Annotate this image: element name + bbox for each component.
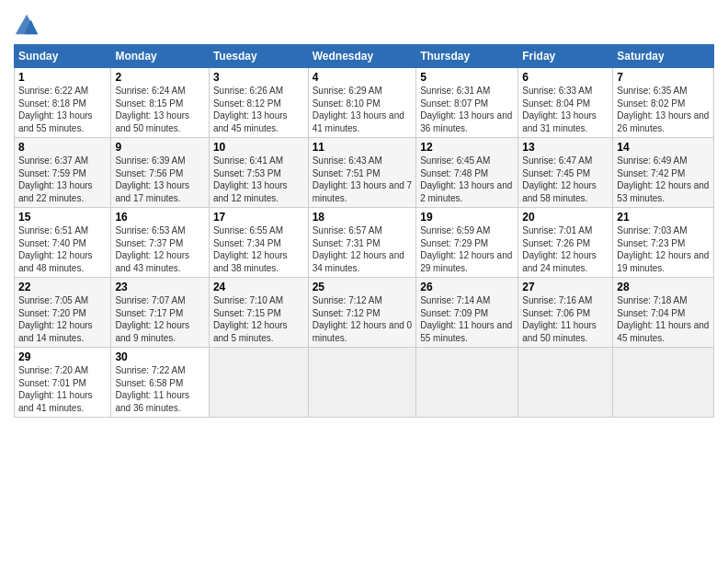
calendar-cell: 29 Sunrise: 7:20 AMSunset: 7:01 PMDaylig… — [15, 348, 111, 418]
calendar-cell: 1 Sunrise: 6:22 AMSunset: 8:18 PMDayligh… — [15, 68, 111, 138]
calendar-cell: 30 Sunrise: 7:22 AMSunset: 6:58 PMDaylig… — [111, 348, 209, 418]
cell-info: Sunrise: 7:01 AMSunset: 7:26 PMDaylight:… — [522, 225, 597, 273]
cell-info: Sunrise: 6:47 AMSunset: 7:45 PMDaylight:… — [522, 155, 597, 203]
cell-info: Sunrise: 6:26 AMSunset: 8:12 PMDaylight:… — [213, 86, 288, 133]
cell-info: Sunrise: 6:37 AMSunset: 7:59 PMDaylight:… — [18, 155, 93, 203]
calendar-week-2: 8 Sunrise: 6:37 AMSunset: 7:59 PMDayligh… — [15, 138, 714, 208]
calendar-cell: 26 Sunrise: 7:14 AMSunset: 7:09 PMDaylig… — [416, 278, 518, 348]
calendar-cell: 8 Sunrise: 6:37 AMSunset: 7:59 PMDayligh… — [15, 138, 111, 208]
cell-info: Sunrise: 7:20 AMSunset: 7:01 PMDaylight:… — [18, 365, 93, 413]
cell-info: Sunrise: 6:39 AMSunset: 7:56 PMDaylight:… — [115, 155, 189, 203]
cell-info: Sunrise: 6:49 AMSunset: 7:42 PMDaylight:… — [617, 155, 709, 203]
calendar-cell: 28 Sunrise: 7:18 AMSunset: 7:04 PMDaylig… — [613, 278, 714, 348]
cell-info: Sunrise: 6:29 AMSunset: 8:10 PMDaylight:… — [313, 86, 404, 133]
calendar-cell: 10 Sunrise: 6:41 AMSunset: 7:53 PMDaylig… — [209, 138, 308, 208]
calendar-cell: 22 Sunrise: 7:05 AMSunset: 7:20 PMDaylig… — [15, 278, 111, 348]
cell-info: Sunrise: 6:33 AMSunset: 8:04 PMDaylight:… — [522, 86, 597, 133]
header-cell-monday: Monday — [111, 45, 209, 68]
calendar-week-1: 1 Sunrise: 6:22 AMSunset: 8:18 PMDayligh… — [15, 68, 714, 138]
day-number: 13 — [522, 141, 609, 154]
day-number: 24 — [213, 281, 304, 293]
calendar-cell: 13 Sunrise: 6:47 AMSunset: 7:45 PMDaylig… — [518, 138, 613, 208]
calendar-cell — [518, 348, 613, 418]
cell-info: Sunrise: 6:59 AMSunset: 7:29 PMDaylight:… — [420, 225, 512, 273]
calendar-cell: 14 Sunrise: 6:49 AMSunset: 7:42 PMDaylig… — [613, 138, 714, 208]
header-cell-thursday: Thursday — [416, 45, 518, 68]
header-cell-wednesday: Wednesday — [308, 45, 416, 68]
calendar-week-5: 29 Sunrise: 7:20 AMSunset: 7:01 PMDaylig… — [15, 348, 714, 418]
calendar-cell: 11 Sunrise: 6:43 AMSunset: 7:51 PMDaylig… — [308, 138, 416, 208]
cell-info: Sunrise: 7:05 AMSunset: 7:20 PMDaylight:… — [18, 295, 93, 343]
calendar-cell: 23 Sunrise: 7:07 AMSunset: 7:17 PMDaylig… — [111, 278, 209, 348]
day-number: 29 — [18, 350, 107, 363]
cell-info: Sunrise: 6:24 AMSunset: 8:15 PMDaylight:… — [115, 86, 189, 133]
calendar-cell: 20 Sunrise: 7:01 AMSunset: 7:26 PMDaylig… — [518, 208, 613, 278]
calendar-cell: 4 Sunrise: 6:29 AMSunset: 8:10 PMDayligh… — [308, 68, 416, 138]
day-number: 2 — [115, 71, 204, 84]
cell-info: Sunrise: 6:45 AMSunset: 7:48 PMDaylight:… — [420, 155, 512, 203]
day-number: 25 — [313, 281, 413, 293]
calendar-cell: 27 Sunrise: 7:16 AMSunset: 7:06 PMDaylig… — [518, 278, 613, 348]
calendar-cell — [209, 348, 308, 418]
calendar-cell — [308, 348, 416, 418]
cell-info: Sunrise: 7:16 AMSunset: 7:06 PMDaylight:… — [522, 295, 597, 343]
logo-icon — [14, 13, 40, 39]
header-cell-tuesday: Tuesday — [209, 45, 308, 68]
cell-info: Sunrise: 7:18 AMSunset: 7:04 PMDaylight:… — [617, 295, 709, 343]
cell-info: Sunrise: 6:43 AMSunset: 7:51 PMDaylight:… — [313, 155, 412, 203]
calendar-week-4: 22 Sunrise: 7:05 AMSunset: 7:20 PMDaylig… — [15, 278, 714, 348]
day-number: 27 — [522, 281, 609, 293]
calendar-cell: 15 Sunrise: 6:51 AMSunset: 7:40 PMDaylig… — [15, 208, 111, 278]
calendar-cell: 17 Sunrise: 6:55 AMSunset: 7:34 PMDaylig… — [209, 208, 308, 278]
day-number: 18 — [313, 211, 413, 224]
cell-info: Sunrise: 6:31 AMSunset: 8:07 PMDaylight:… — [420, 86, 512, 133]
day-number: 22 — [18, 281, 107, 293]
calendar-body: 1 Sunrise: 6:22 AMSunset: 8:18 PMDayligh… — [15, 68, 714, 418]
calendar-cell: 24 Sunrise: 7:10 AMSunset: 7:15 PMDaylig… — [209, 278, 308, 348]
day-number: 19 — [420, 211, 514, 224]
cell-info: Sunrise: 7:22 AMSunset: 6:58 PMDaylight:… — [115, 365, 189, 413]
day-number: 1 — [18, 71, 107, 84]
day-number: 6 — [522, 71, 609, 84]
day-number: 16 — [115, 211, 204, 224]
calendar-cell: 7 Sunrise: 6:35 AMSunset: 8:02 PMDayligh… — [613, 68, 714, 138]
cell-info: Sunrise: 6:53 AMSunset: 7:37 PMDaylight:… — [115, 225, 189, 273]
header-cell-sunday: Sunday — [15, 45, 111, 68]
cell-info: Sunrise: 7:07 AMSunset: 7:17 PMDaylight:… — [115, 295, 189, 343]
day-number: 5 — [420, 71, 514, 84]
day-number: 11 — [313, 141, 413, 154]
calendar-cell — [416, 348, 518, 418]
day-number: 26 — [420, 281, 514, 293]
cell-info: Sunrise: 6:51 AMSunset: 7:40 PMDaylight:… — [18, 225, 93, 273]
calendar-page: SundayMondayTuesdayWednesdayThursdayFrid… — [0, 0, 728, 563]
calendar-cell: 12 Sunrise: 6:45 AMSunset: 7:48 PMDaylig… — [416, 138, 518, 208]
header-cell-saturday: Saturday — [613, 45, 714, 68]
calendar-week-3: 15 Sunrise: 6:51 AMSunset: 7:40 PMDaylig… — [15, 208, 714, 278]
cell-info: Sunrise: 7:14 AMSunset: 7:09 PMDaylight:… — [420, 295, 512, 343]
day-number: 4 — [313, 71, 413, 84]
day-number: 28 — [617, 281, 710, 293]
day-number: 10 — [213, 141, 304, 154]
day-number: 3 — [213, 71, 304, 84]
calendar-cell — [613, 348, 714, 418]
header-row: SundayMondayTuesdayWednesdayThursdayFrid… — [15, 45, 714, 68]
cell-info: Sunrise: 7:12 AMSunset: 7:12 PMDaylight:… — [313, 295, 412, 343]
cell-info: Sunrise: 6:22 AMSunset: 8:18 PMDaylight:… — [18, 86, 93, 133]
calendar-cell: 6 Sunrise: 6:33 AMSunset: 8:04 PMDayligh… — [518, 68, 613, 138]
header — [14, 9, 714, 39]
day-number: 23 — [115, 281, 204, 293]
calendar-cell: 25 Sunrise: 7:12 AMSunset: 7:12 PMDaylig… — [308, 278, 416, 348]
calendar-cell: 21 Sunrise: 7:03 AMSunset: 7:23 PMDaylig… — [613, 208, 714, 278]
day-number: 7 — [617, 71, 710, 84]
day-number: 8 — [18, 141, 107, 154]
calendar-cell: 2 Sunrise: 6:24 AMSunset: 8:15 PMDayligh… — [111, 68, 209, 138]
cell-info: Sunrise: 6:41 AMSunset: 7:53 PMDaylight:… — [213, 155, 288, 203]
day-number: 20 — [522, 211, 609, 224]
day-number: 9 — [115, 141, 204, 154]
logo — [14, 13, 43, 39]
day-number: 15 — [18, 211, 107, 224]
day-number: 21 — [617, 211, 710, 224]
day-number: 30 — [115, 350, 204, 363]
cell-info: Sunrise: 6:35 AMSunset: 8:02 PMDaylight:… — [617, 86, 709, 133]
header-cell-friday: Friday — [518, 45, 613, 68]
